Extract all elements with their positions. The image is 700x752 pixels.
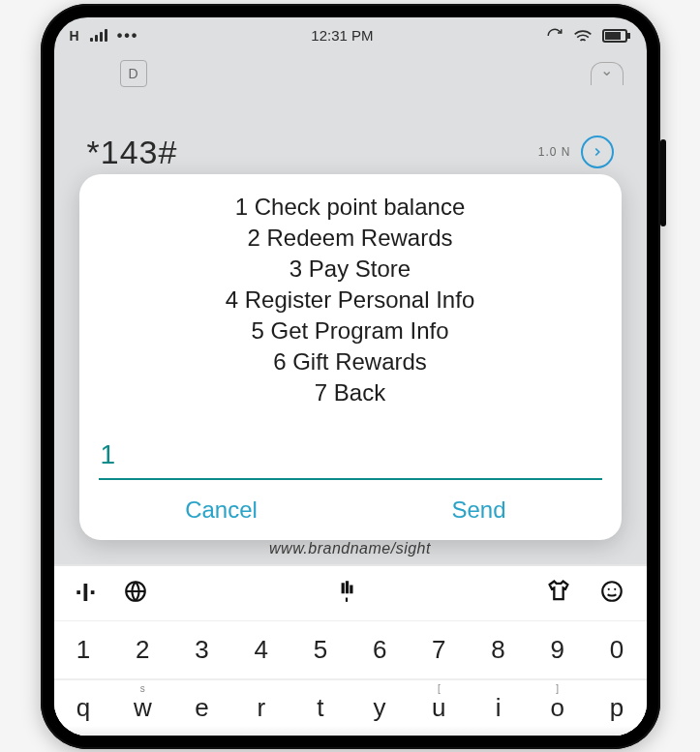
signal-icon bbox=[90, 29, 107, 42]
background-hint-text: www.brandname/sight bbox=[54, 540, 647, 557]
phone-screen: H ••• 12:31 PM bbox=[54, 17, 647, 736]
svg-point-6 bbox=[615, 587, 617, 589]
more-indicator: ••• bbox=[117, 27, 139, 45]
key-7[interactable]: 7 bbox=[410, 620, 469, 678]
cancel-button[interactable]: Cancel bbox=[93, 485, 350, 535]
mic-input-icon[interactable] bbox=[334, 579, 359, 608]
dial-meta: 1.0 N bbox=[538, 145, 571, 159]
key-0[interactable]: 0 bbox=[587, 620, 646, 678]
phone-side-button bbox=[660, 139, 666, 226]
dialed-code-row: *143# 1.0 N bbox=[54, 134, 647, 171]
app-subbar: D bbox=[54, 54, 647, 93]
key-2[interactable]: 2 bbox=[113, 620, 172, 678]
globe-icon[interactable] bbox=[123, 579, 148, 608]
svg-point-4 bbox=[603, 582, 623, 601]
text-cursor-icon[interactable]: ·I· bbox=[76, 578, 97, 608]
ussd-menu-item: 7 Back bbox=[103, 377, 598, 408]
ussd-dialog: 1 Check point balance 2 Redeem Rewards 3… bbox=[79, 174, 622, 540]
svg-rect-1 bbox=[627, 33, 630, 39]
battery-icon bbox=[602, 28, 631, 44]
keyboard-number-row: 1234567890 bbox=[54, 620, 647, 678]
key-9[interactable]: 9 bbox=[528, 620, 587, 678]
dropdown-toggle[interactable] bbox=[591, 62, 624, 85]
tab-button[interactable]: D bbox=[120, 60, 147, 87]
ussd-menu-item: 6 Gift Rewards bbox=[103, 346, 598, 377]
shirt-icon[interactable] bbox=[545, 579, 572, 608]
ussd-menu: 1 Check point balance 2 Redeem Rewards 3… bbox=[93, 192, 608, 412]
phone-frame: H ••• 12:31 PM bbox=[41, 4, 660, 749]
dial-go-button[interactable] bbox=[581, 135, 614, 168]
key-6[interactable]: 6 bbox=[350, 620, 410, 678]
sync-icon bbox=[546, 27, 563, 45]
emoji-icon[interactable] bbox=[599, 579, 624, 608]
keyboard-toolbar: ·I· bbox=[54, 566, 647, 620]
send-button[interactable]: Send bbox=[350, 485, 608, 535]
status-bar: H ••• 12:31 PM bbox=[54, 17, 647, 54]
key-4[interactable]: 4 bbox=[231, 620, 290, 678]
ussd-menu-item: 5 Get Program Info bbox=[103, 316, 598, 346]
soft-keyboard: ·I· bbox=[54, 564, 647, 736]
clock: 12:31 PM bbox=[311, 27, 373, 44]
carrier-label: H bbox=[70, 28, 80, 44]
ussd-menu-item: 2 Redeem Rewards bbox=[103, 223, 598, 254]
key-8[interactable]: 8 bbox=[469, 620, 528, 678]
ussd-menu-item: 4 Register Personal Info bbox=[103, 285, 598, 316]
key-5[interactable]: 5 bbox=[290, 620, 350, 678]
ussd-input[interactable] bbox=[99, 436, 602, 480]
svg-point-5 bbox=[608, 587, 610, 589]
ussd-menu-item: 1 Check point balance bbox=[103, 192, 598, 223]
ussd-menu-item: 3 Pay Store bbox=[103, 254, 598, 285]
wifi-icon bbox=[573, 28, 593, 44]
key-3[interactable]: 3 bbox=[172, 620, 231, 678]
svg-rect-2 bbox=[605, 32, 621, 40]
key-1[interactable]: 1 bbox=[54, 620, 113, 678]
ussd-code: *143# bbox=[87, 134, 178, 171]
